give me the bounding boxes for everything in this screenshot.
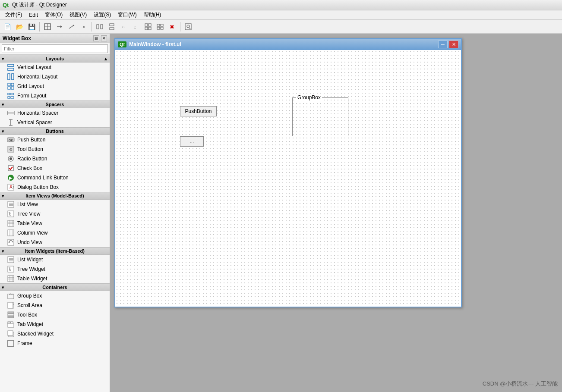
- check-box-icon: [7, 165, 15, 172]
- widget-item-tool-box-label: Tool Box: [17, 312, 37, 318]
- toolbar-layout-spread-v[interactable]: ↕: [130, 21, 142, 32]
- widget-item-scroll-area[interactable]: Scroll Area: [0, 301, 110, 310]
- dialog-button-box-icon: ✗OK: [7, 184, 15, 191]
- qt-canvas[interactable]: PushButton ... GroupBox: [115, 50, 461, 307]
- widget-item-grid-layout[interactable]: Grid Layout: [0, 82, 110, 91]
- toolbar-save[interactable]: 💾: [26, 21, 37, 32]
- widget-item-table-widget[interactable]: Table Widget: [0, 274, 110, 283]
- horizontal-layout-icon: [7, 73, 15, 80]
- svg-rect-94: [13, 304, 14, 305]
- widget-item-vertical-layout[interactable]: Vertical Layout: [0, 63, 110, 72]
- toolbar-widget-edit[interactable]: [42, 21, 53, 32]
- menu-help[interactable]: 帮助(H): [140, 10, 165, 19]
- widget-item-stacked-widget[interactable]: Stacked Widget: [0, 329, 110, 339]
- toolbar-buddy[interactable]: [66, 21, 77, 32]
- widget-item-tab-widget[interactable]: Tab Widget: [0, 320, 110, 329]
- canvas-dialog-button[interactable]: ...: [180, 136, 204, 147]
- section-item-widgets[interactable]: ▾ Item Widgets (Item-Based): [0, 247, 110, 255]
- svg-rect-50: [8, 166, 13, 171]
- canvas-group-box[interactable]: GroupBox: [292, 97, 348, 136]
- widget-item-table-view-label: Table View: [17, 220, 42, 226]
- svg-rect-97: [8, 316, 14, 318]
- widget-box-close[interactable]: ✕: [101, 35, 107, 41]
- widget-item-v-spacer[interactable]: Vertical Spacer: [0, 118, 110, 127]
- section-buttons[interactable]: ▾ Buttons: [0, 127, 110, 135]
- section-item-views[interactable]: ▾ Item Views (Model-Based): [0, 192, 110, 200]
- toolbar-new[interactable]: 📄: [2, 21, 13, 32]
- widget-item-tree-view[interactable]: Tree View: [0, 209, 110, 219]
- toolbar-layout-break[interactable]: ✖: [167, 21, 178, 32]
- app-icon: Qt: [3, 2, 9, 9]
- toolbar-layout-form[interactable]: [155, 21, 166, 32]
- widget-box-controls: ⊟ ✕: [93, 35, 107, 41]
- push-button-icon: OK: [7, 136, 15, 143]
- filter-input[interactable]: [2, 44, 108, 53]
- svg-rect-18: [157, 24, 160, 26]
- widget-item-frame[interactable]: Frame: [0, 339, 110, 348]
- svg-rect-20: [157, 27, 160, 29]
- widget-item-push-button[interactable]: OK Push Button: [0, 135, 110, 144]
- table-widget-icon: [7, 275, 15, 282]
- widget-item-check-box[interactable]: Check Box: [0, 163, 110, 173]
- widget-item-group-box[interactable]: abc Group Box: [0, 291, 110, 301]
- menu-file[interactable]: 文件(F): [2, 10, 25, 19]
- widget-item-list-widget[interactable]: List Widget: [0, 255, 110, 264]
- section-containers-label: Containers: [42, 285, 67, 290]
- list-view-icon: [7, 201, 15, 208]
- menu-window[interactable]: 窗口(W): [114, 10, 140, 19]
- widget-item-h-spacer-label: Horizontal Spacer: [17, 110, 58, 116]
- canvas-push-button[interactable]: PushButton: [180, 106, 217, 116]
- menu-form[interactable]: 窗体(O): [41, 10, 66, 19]
- toolbar-tab-order[interactable]: ⇥: [78, 21, 89, 32]
- menu-settings[interactable]: 设置(S): [90, 10, 114, 19]
- menu-edit[interactable]: Edit: [25, 11, 41, 19]
- qt-window-close[interactable]: ✕: [449, 41, 458, 48]
- section-spacers[interactable]: ▾ Spacers: [0, 100, 110, 108]
- section-layouts[interactable]: ▾ Layouts ▴: [0, 55, 110, 63]
- svg-rect-9: [101, 25, 103, 29]
- widget-item-h-spacer[interactable]: Horizontal Spacer: [0, 108, 110, 118]
- widget-item-dialog-button-box[interactable]: ✗OK Dialog Button Box: [0, 182, 110, 192]
- svg-rect-15: [148, 24, 151, 26]
- widget-item-table-view[interactable]: Table View: [0, 219, 110, 228]
- widget-item-undo-view[interactable]: Undo View: [0, 238, 110, 247]
- widget-item-column-view[interactable]: Column View: [0, 228, 110, 238]
- toolbar-preview[interactable]: [183, 21, 194, 32]
- table-view-icon: [7, 220, 15, 227]
- section-containers[interactable]: ▾ Containers: [0, 283, 110, 291]
- tree-widget-icon: [7, 266, 15, 273]
- menu-bar: 文件(F) Edit 窗体(O) 视图(V) 设置(S) 窗口(W) 帮助(H): [0, 10, 562, 20]
- svg-rect-31: [11, 83, 14, 86]
- toolbar-layout-spread-h[interactable]: ↔: [118, 21, 129, 32]
- undo-view-icon: [7, 239, 15, 246]
- widget-item-tool-button[interactable]: ⚙ Tool Button: [0, 144, 110, 154]
- widget-item-dialog-button-box-label: Dialog Button Box: [17, 184, 59, 190]
- group-box-icon: abc: [7, 292, 15, 299]
- widget-item-list-view[interactable]: List View: [0, 200, 110, 209]
- widget-item-command-link-button[interactable]: ▶ Command Link Button: [0, 173, 110, 182]
- svg-rect-30: [8, 83, 10, 86]
- toolbar-signal-slot[interactable]: [54, 21, 65, 32]
- menu-view[interactable]: 视图(V): [66, 10, 90, 19]
- toolbar-layout-v[interactable]: [106, 21, 117, 32]
- widget-item-radio-button[interactable]: Radio Button: [0, 154, 110, 163]
- toolbar-open[interactable]: 📂: [14, 21, 25, 32]
- main-layout: Widget Box ⊟ ✕ ▾ Layouts ▴ Vertical Layo…: [0, 34, 562, 392]
- section-item-widgets-toggle: ▾: [2, 249, 4, 254]
- qt-window-minimize[interactable]: ─: [438, 41, 448, 48]
- svg-point-49: [9, 157, 12, 160]
- svg-rect-32: [8, 87, 10, 89]
- widget-item-tree-widget[interactable]: Tree Widget: [0, 264, 110, 274]
- widget-box-float[interactable]: ⊟: [93, 35, 99, 41]
- section-containers-toggle: ▾: [2, 285, 4, 290]
- widget-item-tool-button-label: Tool Button: [17, 146, 43, 152]
- tree-view-icon: [7, 210, 15, 217]
- watermark-text: CSDN @小桥流水--- 人工智能: [483, 380, 558, 387]
- canvas-dialog-button-label: ...: [189, 138, 194, 144]
- toolbar-layout-h[interactable]: [94, 21, 105, 32]
- toolbar-layout-grid[interactable]: [142, 21, 154, 32]
- widget-item-form-layout[interactable]: Form Layout: [0, 91, 110, 100]
- widget-item-horizontal-layout[interactable]: Horizontal Layout: [0, 72, 110, 82]
- toolbar-sep3: [180, 22, 180, 31]
- widget-item-tool-box[interactable]: Tool Box: [0, 310, 110, 320]
